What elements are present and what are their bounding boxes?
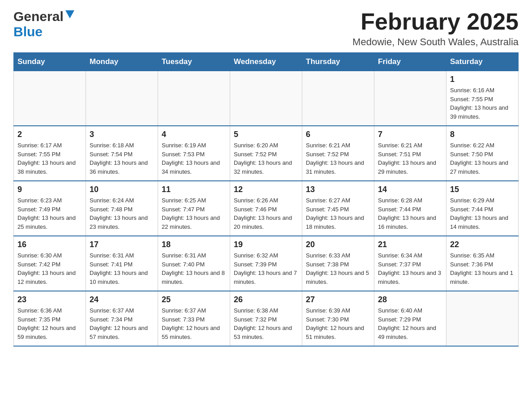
day-number: 19 (234, 240, 298, 249)
calendar-header-tuesday: Tuesday (158, 53, 230, 71)
page-header: General Blue February 2025 Medowie, New … (13, 9, 519, 48)
day-number: 15 (450, 185, 515, 194)
day-number: 3 (90, 130, 154, 139)
svg-marker-0 (65, 10, 74, 18)
title-block: February 2025 Medowie, New South Wales, … (352, 9, 519, 48)
day-info: Sunrise: 6:33 AM Sunset: 7:38 PM Dayligh… (306, 251, 370, 286)
calendar-header-wednesday: Wednesday (230, 53, 302, 71)
day-number: 28 (378, 295, 442, 304)
day-info: Sunrise: 6:40 AM Sunset: 7:29 PM Dayligh… (378, 306, 442, 341)
calendar-cell (302, 71, 374, 126)
day-number: 13 (306, 185, 370, 194)
day-number: 7 (378, 130, 442, 139)
calendar-cell: 6Sunrise: 6:21 AM Sunset: 7:52 PM Daylig… (302, 126, 374, 181)
calendar-cell: 15Sunrise: 6:29 AM Sunset: 7:44 PM Dayli… (446, 181, 519, 236)
logo-general: General (13, 9, 64, 24)
day-info: Sunrise: 6:21 AM Sunset: 7:51 PM Dayligh… (378, 141, 442, 176)
calendar-cell: 9Sunrise: 6:23 AM Sunset: 7:49 PM Daylig… (14, 181, 86, 236)
page-subtitle: Medowie, New South Wales, Australia (352, 36, 519, 48)
calendar-cell: 19Sunrise: 6:32 AM Sunset: 7:39 PM Dayli… (230, 236, 302, 291)
calendar-header-saturday: Saturday (446, 53, 519, 71)
day-number: 25 (162, 295, 226, 304)
calendar-cell (230, 71, 302, 126)
day-number: 27 (306, 295, 370, 304)
day-number: 11 (162, 185, 226, 194)
day-info: Sunrise: 6:29 AM Sunset: 7:44 PM Dayligh… (450, 196, 515, 231)
calendar-cell: 5Sunrise: 6:20 AM Sunset: 7:52 PM Daylig… (230, 126, 302, 181)
calendar-cell: 21Sunrise: 6:34 AM Sunset: 7:37 PM Dayli… (374, 236, 446, 291)
day-info: Sunrise: 6:37 AM Sunset: 7:33 PM Dayligh… (162, 306, 226, 341)
day-info: Sunrise: 6:24 AM Sunset: 7:48 PM Dayligh… (90, 196, 154, 231)
calendar-cell: 1Sunrise: 6:16 AM Sunset: 7:55 PM Daylig… (446, 71, 519, 126)
calendar-cell (374, 71, 446, 126)
calendar-cell: 28Sunrise: 6:40 AM Sunset: 7:29 PM Dayli… (374, 291, 446, 346)
calendar-header-row: SundayMondayTuesdayWednesdayThursdayFrid… (14, 53, 519, 71)
calendar-week-row: 16Sunrise: 6:30 AM Sunset: 7:42 PM Dayli… (14, 236, 519, 291)
day-info: Sunrise: 6:37 AM Sunset: 7:34 PM Dayligh… (90, 306, 154, 341)
calendar-cell: 12Sunrise: 6:26 AM Sunset: 7:46 PM Dayli… (230, 181, 302, 236)
calendar-cell: 22Sunrise: 6:35 AM Sunset: 7:36 PM Dayli… (446, 236, 519, 291)
calendar-header-sunday: Sunday (14, 53, 86, 71)
day-info: Sunrise: 6:31 AM Sunset: 7:41 PM Dayligh… (90, 251, 154, 286)
day-info: Sunrise: 6:31 AM Sunset: 7:40 PM Dayligh… (162, 251, 226, 286)
day-number: 24 (90, 295, 154, 304)
day-number: 23 (17, 295, 82, 304)
day-info: Sunrise: 6:38 AM Sunset: 7:32 PM Dayligh… (234, 306, 298, 341)
calendar-cell: 20Sunrise: 6:33 AM Sunset: 7:38 PM Dayli… (302, 236, 374, 291)
day-info: Sunrise: 6:39 AM Sunset: 7:30 PM Dayligh… (306, 306, 370, 341)
calendar-cell: 27Sunrise: 6:39 AM Sunset: 7:30 PM Dayli… (302, 291, 374, 346)
day-info: Sunrise: 6:27 AM Sunset: 7:45 PM Dayligh… (306, 196, 370, 231)
day-number: 16 (17, 240, 82, 249)
calendar-cell (86, 71, 158, 126)
calendar-cell: 10Sunrise: 6:24 AM Sunset: 7:48 PM Dayli… (86, 181, 158, 236)
day-number: 26 (234, 295, 298, 304)
day-number: 10 (90, 185, 154, 194)
page-title: February 2025 (352, 9, 519, 34)
day-number: 6 (306, 130, 370, 139)
calendar-week-row: 23Sunrise: 6:36 AM Sunset: 7:35 PM Dayli… (14, 291, 519, 346)
calendar-cell: 8Sunrise: 6:22 AM Sunset: 7:50 PM Daylig… (446, 126, 519, 181)
day-number: 20 (306, 240, 370, 249)
calendar-week-row: 2Sunrise: 6:17 AM Sunset: 7:55 PM Daylig… (14, 126, 519, 181)
day-number: 17 (90, 240, 154, 249)
calendar-week-row: 9Sunrise: 6:23 AM Sunset: 7:49 PM Daylig… (14, 181, 519, 236)
day-info: Sunrise: 6:26 AM Sunset: 7:46 PM Dayligh… (234, 196, 298, 231)
day-info: Sunrise: 6:34 AM Sunset: 7:37 PM Dayligh… (378, 251, 442, 286)
calendar-cell: 24Sunrise: 6:37 AM Sunset: 7:34 PM Dayli… (86, 291, 158, 346)
day-info: Sunrise: 6:20 AM Sunset: 7:52 PM Dayligh… (234, 141, 298, 176)
calendar-cell: 7Sunrise: 6:21 AM Sunset: 7:51 PM Daylig… (374, 126, 446, 181)
day-number: 18 (162, 240, 226, 249)
calendar-cell (158, 71, 230, 126)
day-number: 4 (162, 130, 226, 139)
day-info: Sunrise: 6:18 AM Sunset: 7:54 PM Dayligh… (90, 141, 154, 176)
day-info: Sunrise: 6:35 AM Sunset: 7:36 PM Dayligh… (450, 251, 515, 286)
calendar-cell: 14Sunrise: 6:28 AM Sunset: 7:44 PM Dayli… (374, 181, 446, 236)
calendar-cell: 16Sunrise: 6:30 AM Sunset: 7:42 PM Dayli… (14, 236, 86, 291)
logo-triangle-icon (64, 9, 76, 21)
calendar-cell: 13Sunrise: 6:27 AM Sunset: 7:45 PM Dayli… (302, 181, 374, 236)
calendar-header-monday: Monday (86, 53, 158, 71)
day-info: Sunrise: 6:22 AM Sunset: 7:50 PM Dayligh… (450, 141, 515, 176)
calendar-cell: 23Sunrise: 6:36 AM Sunset: 7:35 PM Dayli… (14, 291, 86, 346)
calendar-table: SundayMondayTuesdayWednesdayThursdayFrid… (13, 52, 519, 347)
calendar-cell: 2Sunrise: 6:17 AM Sunset: 7:55 PM Daylig… (14, 126, 86, 181)
calendar-cell (446, 291, 519, 346)
day-info: Sunrise: 6:28 AM Sunset: 7:44 PM Dayligh… (378, 196, 442, 231)
calendar-cell: 18Sunrise: 6:31 AM Sunset: 7:40 PM Dayli… (158, 236, 230, 291)
day-info: Sunrise: 6:17 AM Sunset: 7:55 PM Dayligh… (17, 141, 82, 176)
calendar-cell: 11Sunrise: 6:25 AM Sunset: 7:47 PM Dayli… (158, 181, 230, 236)
calendar-header-friday: Friday (374, 53, 446, 71)
day-info: Sunrise: 6:30 AM Sunset: 7:42 PM Dayligh… (17, 251, 82, 286)
calendar-cell: 17Sunrise: 6:31 AM Sunset: 7:41 PM Dayli… (86, 236, 158, 291)
calendar-cell: 25Sunrise: 6:37 AM Sunset: 7:33 PM Dayli… (158, 291, 230, 346)
calendar-cell: 3Sunrise: 6:18 AM Sunset: 7:54 PM Daylig… (86, 126, 158, 181)
day-number: 2 (17, 130, 82, 139)
day-info: Sunrise: 6:32 AM Sunset: 7:39 PM Dayligh… (234, 251, 298, 286)
calendar-cell (14, 71, 86, 126)
calendar-cell: 26Sunrise: 6:38 AM Sunset: 7:32 PM Dayli… (230, 291, 302, 346)
calendar-week-row: 1Sunrise: 6:16 AM Sunset: 7:55 PM Daylig… (14, 71, 519, 126)
logo: General Blue (13, 9, 76, 39)
day-number: 9 (17, 185, 82, 194)
logo-blue: Blue (13, 24, 43, 39)
day-info: Sunrise: 6:25 AM Sunset: 7:47 PM Dayligh… (162, 196, 226, 231)
